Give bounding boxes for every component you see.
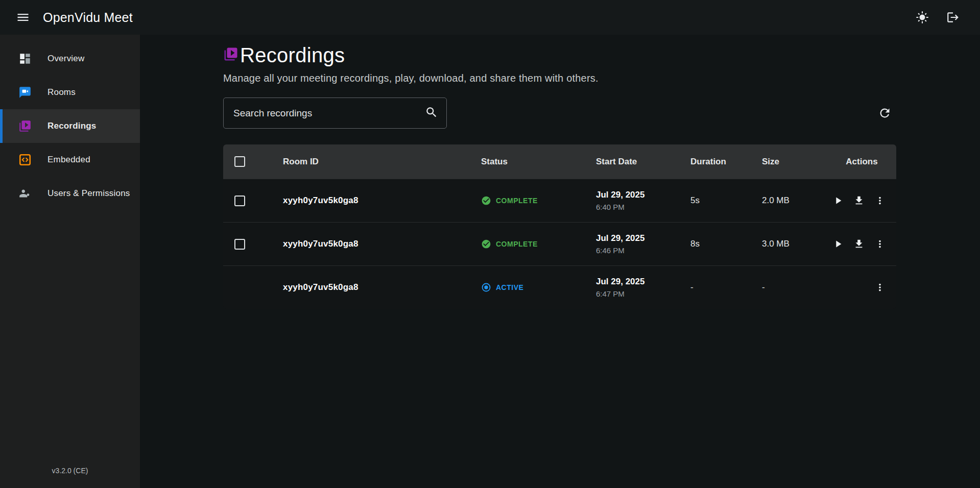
duration-cell: 8s [690, 239, 762, 249]
sidebar-item-label: Embedded [47, 155, 90, 165]
status-cell: COMPLETE [481, 239, 596, 249]
size-cell: 2.0 MB [762, 196, 827, 206]
play-icon [832, 195, 844, 206]
recordings-table: Room ID Status Start Date Duration Size … [223, 144, 896, 309]
header-start-date: Start Date [596, 157, 690, 167]
action-spacer [827, 277, 848, 298]
table-row: xyyh0y7uv5k0ga8 ACTIVE Jul 29, 2025 6:47… [223, 265, 896, 309]
hamburger-menu-icon[interactable] [11, 6, 35, 29]
sidebar-item-users-permissions[interactable]: Users & Permissions [0, 177, 140, 210]
play-button[interactable] [827, 234, 848, 255]
light-mode-sun-icon [916, 11, 929, 24]
row-checkbox[interactable] [234, 239, 245, 250]
sidebar-item-label: Rooms [47, 87, 76, 97]
download-button[interactable] [848, 190, 869, 211]
play-icon [832, 238, 844, 250]
room-id-cell: xyyh0y7uv5k0ga8 [267, 282, 481, 292]
search-input[interactable] [232, 107, 425, 119]
embed-code-icon [18, 153, 32, 167]
actions-cell [827, 277, 896, 298]
header-actions: Actions [827, 157, 896, 167]
more-options-button[interactable] [869, 234, 890, 255]
rooms-chat-icon [18, 85, 32, 100]
header-duration: Duration [690, 157, 762, 167]
download-icon [853, 238, 865, 250]
radio-recording-icon [481, 282, 491, 292]
app-version: v3.2.0 (CE) [0, 467, 140, 475]
table-header-row: Room ID Status Start Date Duration Size … [223, 144, 896, 179]
more-options-button[interactable] [869, 277, 890, 298]
page-subtitle: Manage all your meeting recordings, play… [223, 72, 896, 84]
sidebar-item-label: Recordings [47, 121, 97, 131]
size-cell: - [762, 282, 827, 292]
size-cell: 3.0 MB [762, 239, 827, 249]
status-cell: COMPLETE [481, 196, 596, 206]
header-size: Size [762, 157, 827, 167]
sidebar-item-overview[interactable]: Overview [0, 42, 140, 76]
users-group-icon [18, 186, 32, 201]
sidebar-item-label: Users & Permissions [47, 188, 130, 199]
top-app-bar: OpenVidu Meet [0, 0, 980, 35]
actions-cell [827, 190, 896, 211]
actions-cell [827, 234, 896, 255]
sidebar-item-rooms[interactable]: Rooms [0, 76, 140, 109]
logout-button[interactable] [941, 6, 965, 29]
topbar-actions [911, 6, 965, 29]
main-content: Recordings Manage all your meeting recor… [140, 35, 980, 488]
row-checkbox[interactable] [234, 196, 245, 206]
sidebar: Overview Rooms Recordings [0, 35, 140, 488]
app-title: OpenVidu Meet [43, 10, 133, 25]
start-date-cell: Jul 29, 2025 6:47 PM [596, 277, 690, 298]
duration-cell: 5s [690, 196, 762, 206]
page-title: Recordings [240, 42, 345, 68]
table-row: xyyh0y7uv5k0ga8 COMPLETE Jul 29, 2025 6:… [223, 222, 896, 265]
video-library-icon [18, 119, 32, 133]
search-icon [425, 106, 438, 121]
header-room-id: Room ID [267, 157, 481, 167]
more-vert-icon [874, 238, 886, 250]
download-icon [853, 195, 865, 206]
table-row: xyyh0y7uv5k0ga8 COMPLETE Jul 29, 2025 6:… [223, 179, 896, 222]
recordings-toolbar [223, 97, 896, 129]
recordings-page-icon [223, 46, 238, 64]
more-vert-icon [874, 282, 886, 293]
start-date-cell: Jul 29, 2025 6:46 PM [596, 233, 690, 255]
app-shell: Overview Rooms Recordings [0, 35, 980, 488]
refresh-button[interactable] [873, 102, 896, 125]
dashboard-icon [18, 52, 32, 66]
room-id-cell: xyyh0y7uv5k0ga8 [267, 239, 481, 249]
more-vert-icon [874, 195, 886, 206]
play-button[interactable] [827, 190, 848, 211]
page-header: Recordings [223, 42, 896, 68]
sidebar-item-label: Overview [47, 54, 84, 64]
start-date-cell: Jul 29, 2025 6:40 PM [596, 190, 690, 211]
download-button[interactable] [848, 234, 869, 255]
menu-icon [16, 10, 30, 25]
sidebar-item-embedded[interactable]: Embedded [0, 143, 140, 177]
check-circle-icon [481, 239, 491, 249]
header-status: Status [481, 157, 596, 167]
check-circle-icon [481, 196, 491, 206]
refresh-icon [878, 106, 892, 120]
sidebar-item-recordings[interactable]: Recordings [0, 109, 140, 143]
status-badge: COMPLETE [496, 197, 538, 205]
select-all-checkbox[interactable] [234, 156, 245, 167]
status-badge: COMPLETE [496, 240, 538, 248]
status-badge: ACTIVE [496, 283, 523, 291]
search-box [223, 97, 447, 129]
duration-cell: - [690, 282, 762, 292]
action-spacer [848, 277, 869, 298]
room-id-cell: xyyh0y7uv5k0ga8 [267, 196, 481, 206]
more-options-button[interactable] [869, 190, 890, 211]
logout-icon [946, 11, 960, 24]
theme-toggle-button[interactable] [911, 6, 934, 29]
status-cell: ACTIVE [481, 282, 596, 292]
